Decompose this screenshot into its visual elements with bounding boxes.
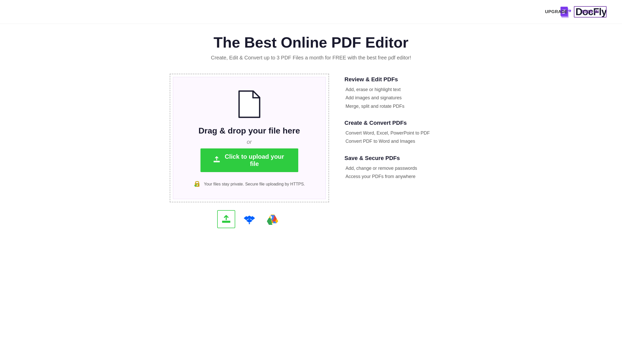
- feature-group-review: Review & Edit PDFs Add, erase or highlig…: [345, 76, 453, 110]
- svg-rect-10: [222, 221, 230, 223]
- upload-icon-svg: [213, 156, 220, 163]
- signin-button[interactable]: SIGN IN: [574, 6, 607, 17]
- feature-item-6: Add, change or remove passwords: [345, 164, 453, 172]
- upload-zone[interactable]: Drag & drop your file here or Click to u…: [173, 77, 326, 199]
- upload-arrow-icon: [213, 156, 220, 164]
- feature-group-title-create: Create & Convert PDFs: [345, 120, 453, 126]
- upload-section: Drag & drop your file here or Click to u…: [170, 74, 329, 233]
- feature-group-title-save: Save & Secure PDFs: [345, 155, 453, 162]
- drag-drop-text: Drag & drop your file here: [198, 126, 300, 136]
- feature-item-7: Access your PDFs from anywhere: [345, 172, 453, 181]
- upload-button-label: Click to upload your file: [224, 153, 285, 167]
- lock-icon: [194, 180, 201, 189]
- main-content: Drag & drop your file here or Click to u…: [131, 68, 491, 244]
- feature-group-title-review: Review & Edit PDFs: [345, 76, 453, 83]
- file-icon: [236, 90, 262, 118]
- google-drive-icon-v2: [267, 214, 278, 225]
- feature-item-3: Merge, split and rotate PDFs: [345, 102, 453, 110]
- upload-button[interactable]: Click to upload your file: [200, 148, 298, 172]
- feature-group-save: Save & Secure PDFs Add, change or remove…: [345, 155, 453, 181]
- footer-icons: [170, 205, 329, 233]
- security-note: Your files stay private. Secure file upl…: [194, 180, 305, 189]
- hero-title: The Best Online PDF Editor: [5, 34, 617, 51]
- header-nav: UPGRADE SIGN IN: [545, 6, 607, 17]
- upgrade-link[interactable]: UPGRADE: [545, 9, 568, 14]
- dropbox-icon: [244, 214, 255, 225]
- dropbox-icon-button[interactable]: [240, 210, 258, 228]
- upload-zone-wrapper[interactable]: Drag & drop your file here or Click to u…: [170, 74, 329, 202]
- header: DocFly UPGRADE SIGN IN: [0, 0, 622, 24]
- svg-rect-6: [214, 161, 220, 162]
- lock-svg: [194, 180, 201, 187]
- local-upload-icon-button[interactable]: [217, 210, 235, 228]
- google-drive-icon-button[interactable]: [264, 210, 282, 228]
- or-text: or: [247, 139, 252, 145]
- feature-group-create: Create & Convert PDFs Convert Word, Exce…: [345, 120, 453, 146]
- feature-item-4: Convert Word, Excel, PowerPoint to PDF: [345, 129, 453, 137]
- feature-item-5: Convert PDF to Word and Images: [345, 137, 453, 145]
- svg-rect-9: [197, 185, 197, 186]
- feature-item-2: Add images and signatures: [345, 94, 453, 102]
- feature-item-1: Add, erase or highlight text: [345, 85, 453, 94]
- hero-subtitle: Create, Edit & Convert up to 3 PDF Files…: [5, 55, 617, 61]
- security-text: Your files stay private. Secure file upl…: [204, 182, 305, 187]
- hero-section: The Best Online PDF Editor Create, Edit …: [0, 24, 622, 68]
- local-upload-icon: [222, 215, 231, 224]
- svg-point-11: [249, 223, 250, 224]
- features-list: Review & Edit PDFs Add, erase or highlig…: [345, 74, 453, 190]
